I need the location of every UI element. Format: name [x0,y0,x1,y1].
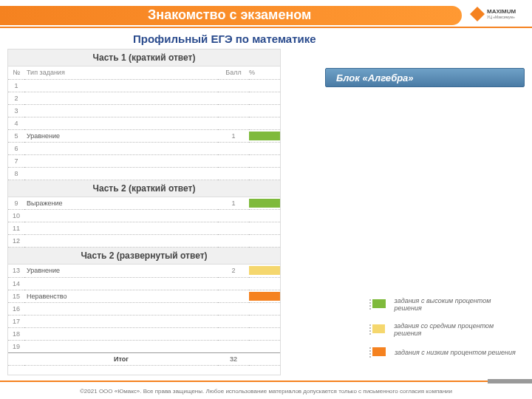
table-row: 8 [8,167,280,180]
totals-score: 32 [218,352,249,365]
logo-text: MAXIMUM [487,9,516,15]
table-row: 5Уравнение1 [8,129,280,142]
table-row: 2 [8,92,280,104]
table-row: 14 [8,277,280,290]
table-row: 17 [8,315,280,327]
legend-high-label: задания с высоким процентом решения [395,297,517,312]
col-score: Балл [218,66,249,79]
block-title: Блок «Алгебра» [325,68,525,87]
col-type: Тип задания [24,66,218,79]
section-2-body: 9Выражение1 10 11 12 [8,197,280,248]
task-table: Часть 1 (краткий ответ) № Тип задания Ба… [7,49,281,375]
subtitle: Профильный ЕГЭ по математике [133,33,316,45]
section-3-body: 13Уравнение2 14 15Неравенство 16 17 18 1… [8,265,280,365]
right-pane: Блок «Алгебра» задания с высоким процент… [281,49,525,375]
totals-label: Итог [24,352,218,365]
page-title: Знакомство с экзаменом [148,7,311,23]
section-3-head: Часть 2 (развернутый ответ) [8,248,280,265]
table-row: 1 [8,79,280,92]
section-2-head: Часть 2 (краткий ответ) [8,180,280,197]
footer-line [0,380,532,383]
table-row: 13Уравнение2 [8,265,280,277]
table-row: 15Неравенство [8,290,280,302]
table-row: 19 [8,340,280,352]
legend-low: задания с низким процентом решения [369,347,517,358]
header-underline [0,27,532,28]
table-row: 7 [8,154,280,167]
legend-low-label: задания с низким процентом решения [395,349,516,356]
swatch-green-icon [369,299,386,310]
table-row: 3 [8,104,280,117]
logo-subtext: УЦ «Максимум» [487,15,516,19]
table-row: 12 [8,235,280,248]
legend-high: задания с высоким процентом решения [369,297,517,312]
table-header-row: № Тип задания Балл % [8,66,280,79]
col-num: № [8,66,24,79]
legend-mid: задания со средним процентом решения [369,322,517,337]
table-row: 9Выражение1 [8,197,280,210]
swatch-yellow-icon [369,324,385,335]
legend-mid-label: задания со средним процентом решения [394,322,517,337]
col-pct: % [249,66,280,79]
table-row: 10 [8,210,280,222]
logo-icon [470,7,485,21]
legend: задания с высоким процентом решения зада… [369,297,517,368]
section-1-body: 1 2 3 4 5Уравнение1 6 7 8 [8,79,280,180]
main-area: Часть 1 (краткий ответ) № Тип задания Ба… [7,49,525,375]
table-row: 6 [8,142,280,154]
table-row: 11 [8,222,280,235]
table-row: 16 [8,302,280,315]
swatch-orange-icon [369,347,386,358]
table-row: 18 [8,327,280,340]
footer-copyright: ©2021 ООО «Юмакс». Все права защищены. Л… [0,388,532,395]
section-1-head: Часть 1 (краткий ответ) [8,50,280,66]
logo: MAXIMUM УЦ «Максимум» [470,4,522,24]
table-row: 4 [8,117,280,129]
totals-row: Итог32 [8,352,280,365]
